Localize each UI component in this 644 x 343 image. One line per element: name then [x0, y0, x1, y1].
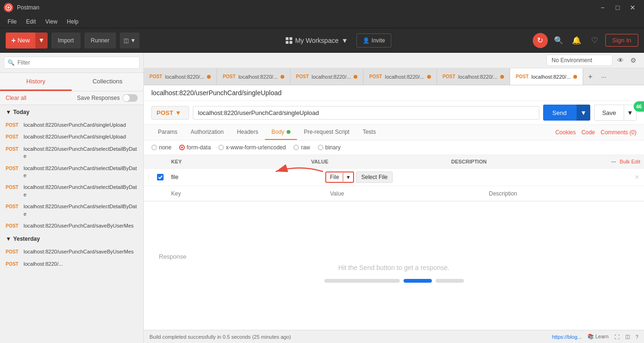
settings-env-button[interactable]: ⚙	[628, 55, 638, 66]
sync-button[interactable]: ↻	[533, 33, 548, 48]
response-title: Response	[151, 249, 644, 264]
clear-all-button[interactable]: Clear all	[6, 95, 26, 101]
tab-method: POST	[149, 74, 162, 79]
environment-select[interactable]: No Environment	[546, 55, 612, 66]
eye-icon-button[interactable]: 👁	[615, 55, 626, 66]
code-link[interactable]: Code	[581, 129, 595, 136]
environment-bar: No Environment 👁 ⚙	[144, 53, 644, 68]
menu-bar: File Edit View Help	[0, 15, 644, 28]
comments-link[interactable]: Comments (0)	[601, 129, 636, 136]
search-global-button[interactable]: 🔍	[552, 33, 566, 48]
tab-item[interactable]: POST localhost:8220/...	[290, 68, 363, 85]
list-item[interactable]: POST localhost:8220/userPunchCard/select…	[0, 201, 143, 220]
sign-in-button[interactable]: Sign In	[605, 34, 638, 47]
new-key-input[interactable]	[171, 190, 322, 197]
list-item[interactable]: POST localhost:8220/userPunchCard/select…	[0, 181, 143, 201]
main-layout: 🔍 History Collections Clear all Save Res…	[0, 53, 644, 343]
row-checkbox[interactable]	[153, 174, 167, 180]
menu-file[interactable]: File	[4, 16, 20, 27]
toolbar-center: My Workspace ▼ 👤 Invite	[143, 33, 528, 48]
history-url: localhost:8220/...	[24, 261, 63, 268]
radio-urlencoded[interactable]: x-www-form-urlencoded	[218, 144, 286, 151]
runner-button[interactable]: Runner	[84, 33, 116, 49]
history-url: localhost:8220/userPunchCard/selectDetai…	[24, 165, 138, 180]
list-item[interactable]: POST localhost:8220/userPunchCard/saveBy…	[0, 246, 143, 258]
list-item[interactable]: POST localhost:8220/userPunchCard/saveBy…	[0, 220, 143, 232]
import-button[interactable]: Import	[51, 33, 81, 49]
history-url: localhost:8220/userPunchCard/selectDetai…	[24, 203, 138, 218]
checked-box	[157, 174, 164, 180]
new-desc-input[interactable]	[489, 190, 640, 197]
workspace-chevron-icon: ▼	[341, 37, 348, 44]
bulk-edit-button[interactable]: Bulk Edit	[620, 159, 640, 164]
more-options-icon[interactable]: ···	[611, 158, 616, 165]
active-tab[interactable]: POST localhost:8220/...	[510, 68, 583, 85]
new-dropdown-button[interactable]: ▼	[35, 33, 47, 49]
tab-item[interactable]: POST localhost:8220/...	[437, 68, 510, 85]
toggle-knob	[123, 95, 130, 101]
tab-item[interactable]: POST localhost:8220/...	[217, 68, 290, 85]
list-item[interactable]: POST localhost:8220/userPunchCard/select…	[0, 143, 143, 163]
help-icon[interactable]: ?	[636, 334, 638, 340]
notification-button[interactable]: 🔔	[570, 33, 584, 48]
method-badge: POST	[6, 248, 20, 254]
binary-label: binary	[325, 144, 341, 151]
tab-url: localhost:8220/...	[385, 74, 424, 80]
tab-item[interactable]: POST localhost:8220/...	[144, 68, 217, 85]
send-button[interactable]: Send	[543, 105, 576, 121]
select-file-button[interactable]: Select File	[356, 172, 393, 183]
menu-view[interactable]: View	[41, 16, 61, 27]
radio-form-data[interactable]: form-data	[179, 144, 211, 151]
tab-tests[interactable]: Tests	[356, 125, 382, 140]
form-table: KEY VALUE DESCRIPTION ··· Bulk Edit ⋮	[144, 155, 644, 202]
menu-edit[interactable]: Edit	[22, 16, 40, 27]
collections-tab[interactable]: Collections	[72, 73, 143, 91]
resp-bar-3	[436, 279, 464, 283]
tab-body[interactable]: Body	[265, 125, 297, 140]
key-cell: file	[167, 171, 322, 183]
history-tab[interactable]: History	[0, 73, 72, 91]
menu-help[interactable]: Help	[63, 16, 83, 27]
new-button[interactable]: + New	[6, 33, 35, 49]
learn-link[interactable]: 📚 Learn	[587, 334, 609, 340]
maximize-button[interactable]: □	[610, 0, 625, 15]
cookies-link[interactable]: Cookies	[555, 129, 576, 136]
tab-params[interactable]: Params	[151, 125, 184, 140]
radio-raw[interactable]: raw	[293, 144, 310, 151]
send-dropdown-button[interactable]: ▼	[576, 105, 590, 121]
resp-bar-1	[324, 279, 400, 283]
close-button[interactable]: ✕	[625, 0, 640, 15]
radio-none[interactable]: none	[151, 144, 172, 151]
tab-headers[interactable]: Headers	[230, 125, 264, 140]
file-type-chevron-icon[interactable]: ▼	[343, 173, 353, 181]
settings-button[interactable]: ♡	[587, 33, 602, 48]
more-tabs-button[interactable]: ···	[597, 73, 611, 81]
new-value-input[interactable]	[330, 190, 481, 197]
save-responses-switch[interactable]	[123, 94, 138, 102]
method-select[interactable]: POST ▼	[151, 106, 189, 120]
today-label: Today	[13, 109, 29, 115]
blog-link[interactable]: https://blog...	[552, 334, 582, 340]
list-item[interactable]: POST localhost:8220/userPunchCard/single…	[0, 119, 143, 131]
tab-item[interactable]: POST localhost:8220/...	[363, 68, 437, 85]
radio-binary[interactable]: binary	[318, 144, 341, 151]
desc-header: DESCRIPTION	[447, 155, 587, 168]
extra-button[interactable]: ◫ ▼	[120, 33, 140, 49]
invite-button[interactable]: 👤 Invite	[356, 33, 391, 48]
add-tab-button[interactable]: +	[583, 73, 597, 81]
radio-binary-circle	[318, 145, 323, 150]
delete-row-button[interactable]: ✕	[630, 174, 644, 180]
tab-method: POST	[223, 74, 235, 79]
layout-icon[interactable]: ⛶	[614, 334, 619, 340]
panel-icon[interactable]: ◫	[625, 334, 630, 340]
tab-authorization[interactable]: Authorization	[184, 125, 230, 140]
tab-pre-request[interactable]: Pre-request Script	[297, 125, 356, 140]
search-input[interactable]	[4, 57, 140, 69]
save-button[interactable]: Save	[594, 105, 624, 121]
minimize-button[interactable]: −	[595, 0, 610, 15]
list-item[interactable]: POST localhost:8220/...	[0, 258, 143, 270]
list-item[interactable]: POST localhost:8220/userPunchCard/single…	[0, 131, 143, 143]
url-input[interactable]	[193, 106, 539, 120]
workspace-button[interactable]: My Workspace ▼	[281, 34, 353, 47]
list-item[interactable]: POST localhost:8220/userPunchCard/select…	[0, 163, 143, 182]
